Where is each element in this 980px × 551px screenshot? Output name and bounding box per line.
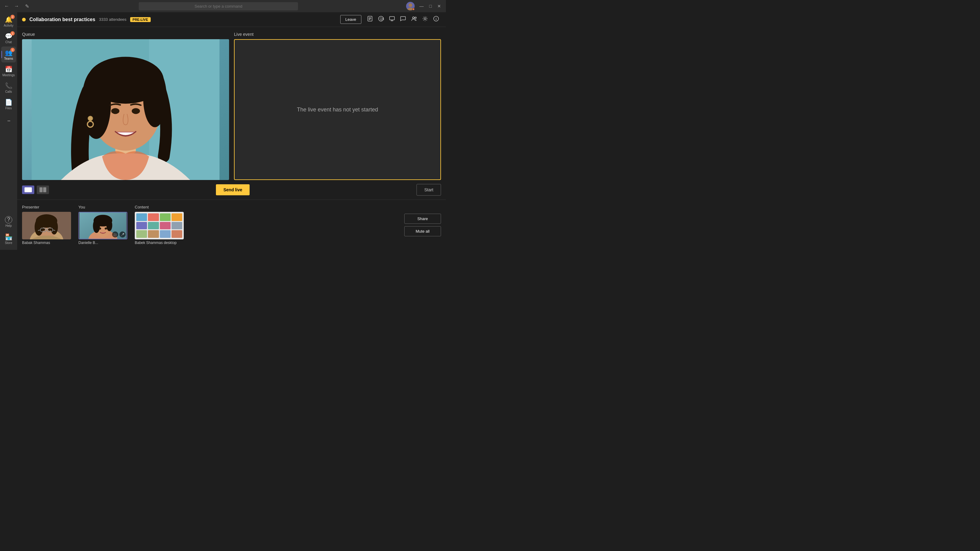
search-input[interactable] bbox=[139, 2, 298, 10]
sidebar-item-help[interactable]: ? Help bbox=[1, 214, 16, 230]
event-title: Collaboration best practices bbox=[29, 17, 95, 22]
svg-point-0 bbox=[409, 3, 412, 7]
svg-rect-8 bbox=[390, 16, 395, 20]
sidebar-item-more[interactable]: ··· bbox=[1, 113, 16, 129]
live-event-label: Live event bbox=[234, 32, 441, 37]
send-live-button[interactable]: Send live bbox=[216, 184, 249, 195]
content-card[interactable]: Babek Shammas desktop bbox=[135, 212, 184, 245]
mic-toggle-button[interactable]: 🎤 bbox=[119, 232, 126, 238]
status-dot bbox=[412, 8, 415, 10]
chat-badge: 1 bbox=[10, 31, 15, 35]
you-group-label: You bbox=[78, 205, 127, 210]
titlebar-right: — □ ✕ bbox=[406, 2, 444, 10]
presenter-group: Presenter bbox=[22, 205, 71, 245]
mute-all-button[interactable]: Mute all bbox=[404, 226, 441, 236]
sidebar-label-chat: Chat bbox=[5, 40, 12, 44]
live-indicator bbox=[22, 18, 26, 21]
presenter-card[interactable]: Babak Shammas bbox=[22, 212, 71, 245]
svg-point-49 bbox=[106, 219, 112, 231]
help-icon: ? bbox=[5, 216, 12, 224]
svg-point-50 bbox=[99, 227, 101, 230]
info-icon[interactable] bbox=[431, 14, 441, 24]
presenter-thumb bbox=[22, 212, 71, 240]
back-button[interactable]: ← bbox=[2, 2, 11, 10]
side-actions: Share Mute all bbox=[404, 214, 441, 236]
svg-point-13 bbox=[424, 18, 426, 20]
sidebar-label-help: Help bbox=[5, 224, 12, 227]
video-toggle-button[interactable]: 🎥 bbox=[112, 232, 118, 238]
start-button[interactable]: Start bbox=[417, 184, 441, 195]
sidebar-label-teams: Teams bbox=[4, 57, 13, 60]
forward-button[interactable]: → bbox=[12, 2, 21, 10]
meetings-icon: 📅 bbox=[5, 65, 13, 73]
queue-label: Queue bbox=[22, 32, 229, 37]
compose-button[interactable]: ✎ bbox=[23, 2, 31, 10]
stage: Queue bbox=[17, 27, 446, 250]
activity-badge: 2 bbox=[10, 15, 15, 19]
svg-point-26 bbox=[132, 108, 140, 114]
sidebar-item-activity[interactable]: 🔔 Activity 2 bbox=[1, 13, 16, 29]
sidebar: 🔔 Activity 2 💬 Chat 1 👥 Teams 1 📅 Meetin… bbox=[0, 12, 17, 250]
meeting-notes-icon[interactable] bbox=[365, 14, 375, 24]
controls-row: Send live Start bbox=[17, 180, 446, 200]
presenter-name: Babak Shammas bbox=[22, 241, 71, 245]
you-name: Danielle B... bbox=[78, 241, 127, 245]
attendees-count: 3333 attendees bbox=[99, 17, 126, 22]
you-card[interactable]: 🎥 🎤 Danielle B... bbox=[78, 212, 127, 245]
you-controls: 🎥 🎤 bbox=[112, 232, 126, 238]
files-icon: 📄 bbox=[5, 98, 13, 106]
sidebar-item-teams[interactable]: 👥 Teams 1 bbox=[1, 46, 16, 62]
whiteboard-icon[interactable] bbox=[387, 14, 397, 24]
queue-panel: Queue bbox=[22, 32, 229, 180]
live-event-placeholder: The live event has not yet started bbox=[297, 106, 378, 113]
sidebar-label-meetings: Meetings bbox=[2, 73, 15, 77]
maximize-button[interactable]: □ bbox=[427, 2, 434, 10]
sidebar-label-store: Store bbox=[5, 241, 12, 245]
user-avatar[interactable] bbox=[406, 2, 415, 10]
participants-area: Presenter bbox=[17, 200, 446, 250]
content-name: Babek Shammas desktop bbox=[135, 241, 184, 245]
sidebar-label-calls: Calls bbox=[5, 90, 12, 94]
sidebar-item-store[interactable]: 🏪 Store bbox=[1, 231, 16, 247]
layout-single-button[interactable] bbox=[22, 186, 34, 194]
titlebar: ← → ✎ — □ ✕ bbox=[0, 0, 446, 12]
minimize-button[interactable]: — bbox=[417, 2, 426, 10]
store-icon: 🏪 bbox=[5, 233, 13, 241]
close-button[interactable]: ✕ bbox=[435, 2, 444, 10]
titlebar-left: ← → ✎ bbox=[2, 2, 31, 10]
sidebar-item-meetings[interactable]: 📅 Meetings bbox=[1, 63, 16, 79]
svg-point-25 bbox=[111, 108, 119, 114]
svg-point-27 bbox=[88, 116, 92, 121]
layout-single-icon bbox=[24, 187, 32, 192]
chat-icon-topbar[interactable] bbox=[398, 14, 408, 24]
live-event-box: The live event has not yet started bbox=[234, 39, 441, 180]
svg-point-51 bbox=[105, 227, 107, 230]
sidebar-item-chat[interactable]: 💬 Chat 1 bbox=[1, 30, 16, 46]
content-thumb bbox=[135, 212, 184, 240]
svg-point-12 bbox=[415, 17, 417, 19]
qa-icon[interactable]: Q&A bbox=[376, 14, 386, 24]
layout-pip-icon bbox=[40, 187, 46, 192]
layout-pip-button[interactable] bbox=[37, 186, 49, 194]
queue-video bbox=[22, 39, 229, 180]
more-icon: ··· bbox=[7, 118, 10, 124]
leave-button[interactable]: Leave bbox=[340, 15, 361, 24]
share-button[interactable]: Share bbox=[404, 214, 441, 224]
topbar: Collaboration best practices 3333 attend… bbox=[17, 12, 446, 27]
sidebar-item-files[interactable]: 📄 Files bbox=[1, 96, 16, 112]
nav-controls: ← → bbox=[2, 2, 21, 10]
you-group: You bbox=[78, 205, 127, 245]
svg-rect-37 bbox=[31, 212, 62, 240]
sidebar-label-activity: Activity bbox=[4, 24, 13, 27]
content-group-label: Content bbox=[135, 205, 184, 210]
sidebar-item-calls[interactable]: 📞 Calls bbox=[1, 79, 16, 95]
panels: Queue bbox=[17, 27, 446, 180]
sidebar-bottom: ? Help 🏪 Store bbox=[1, 214, 16, 250]
settings-icon[interactable] bbox=[420, 14, 430, 24]
live-event-panel: Live event The live event has not yet st… bbox=[234, 32, 441, 180]
main-content: Collaboration best practices 3333 attend… bbox=[17, 12, 446, 250]
topbar-icons: Q&A bbox=[365, 14, 441, 24]
window-controls: — □ ✕ bbox=[417, 2, 444, 10]
participants-icon[interactable] bbox=[409, 14, 419, 24]
pre-live-badge: PRE-LIVE bbox=[130, 17, 151, 22]
